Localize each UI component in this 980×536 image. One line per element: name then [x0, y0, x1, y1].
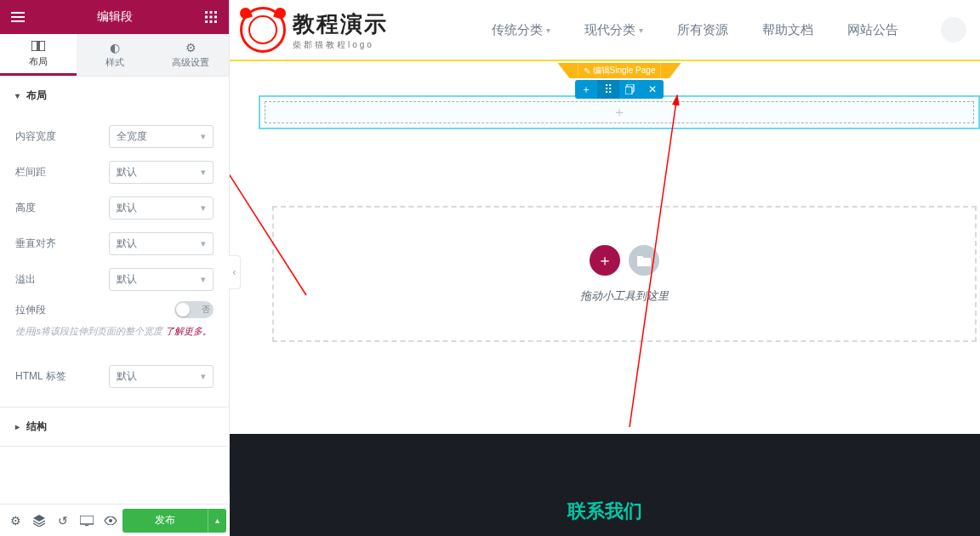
chevron-right-icon: ▸	[15, 422, 20, 431]
menu-toggle-button[interactable]	[0, 0, 36, 34]
logo-subtitle: 柴郡猫教程logo	[293, 39, 388, 51]
drop-zone[interactable]: ＋ 拖动小工具到这里	[272, 206, 977, 342]
nav-all[interactable]: 所有资源	[677, 22, 728, 38]
add-section-button[interactable]: ＋	[590, 245, 620, 276]
navigator-button[interactable]	[27, 509, 51, 533]
tab-layout-label: 布局	[29, 55, 48, 68]
collapse-sidebar-handle[interactable]: ‹	[229, 255, 241, 289]
widgets-grid-button[interactable]	[193, 0, 229, 34]
stretch-switch[interactable]: 否	[174, 301, 214, 318]
plus-icon: ＋	[612, 104, 626, 122]
svg-rect-15	[625, 87, 632, 94]
page-edit-badge[interactable]: ✎编辑Single Page	[558, 63, 681, 78]
svg-rect-2	[214, 11, 217, 14]
svg-rect-4	[210, 16, 213, 19]
nav-help[interactable]: 帮助文档	[762, 22, 813, 38]
site-nav: 传统分类▾ 现代分类▾ 所有资源 帮助文档 网站公告	[492, 17, 980, 43]
svg-rect-7	[210, 20, 213, 23]
html-tag-label: HTML 标签	[15, 369, 109, 384]
html-tag-select[interactable]: 默认	[109, 365, 214, 388]
content-width-label: 内容宽度	[15, 129, 109, 144]
layout-icon	[31, 40, 45, 54]
tab-style-label: 样式	[105, 56, 124, 69]
svg-rect-10	[39, 41, 45, 51]
svg-rect-8	[214, 20, 217, 23]
height-label: 高度	[15, 201, 109, 215]
svg-rect-12	[85, 525, 88, 526]
svg-rect-6	[205, 20, 208, 23]
column-gap-select[interactable]: 默认	[109, 161, 214, 184]
site-logo[interactable]: 教程演示 柴郡猫教程logo	[240, 7, 388, 53]
learn-more-link[interactable]: 了解更多。	[165, 326, 212, 336]
nav-modern[interactable]: 现代分类▾	[584, 22, 643, 38]
chevron-down-icon: ▾	[15, 91, 20, 100]
search-button[interactable]	[941, 17, 966, 43]
svg-point-13	[109, 519, 112, 522]
tab-style[interactable]: ◐ 样式	[77, 34, 153, 76]
caret-icon: ▾	[639, 26, 643, 35]
drop-zone-text: 拖动小工具到这里	[580, 288, 669, 304]
history-button[interactable]: ↺	[51, 509, 75, 533]
bottom-bar: ⚙ ↺ 发布 ▴	[0, 504, 230, 536]
gear-icon: ⚙	[185, 41, 197, 54]
layout-section-toggle[interactable]: ▾ 布局	[0, 77, 229, 115]
structure-section-title: 结构	[26, 419, 47, 434]
section-edit-button[interactable]: ⠿	[597, 80, 619, 99]
style-icon: ◐	[110, 41, 120, 54]
template-library-button[interactable]	[629, 245, 659, 276]
overflow-select[interactable]: 默认	[109, 268, 214, 291]
stretch-label: 拉伸段	[15, 303, 109, 317]
layout-section-body: 内容宽度 全宽度 栏间距 默认 高度 默认 垂直对齐 默认 溢出 默认 拉伸段	[0, 115, 229, 407]
publish-button[interactable]: 发布	[122, 509, 208, 533]
publish-more-button[interactable]: ▴	[208, 509, 226, 533]
section-add-button[interactable]: ＋	[575, 80, 597, 99]
section-column[interactable]: ＋	[265, 101, 974, 123]
structure-section-toggle[interactable]: ▸ 结构	[0, 408, 229, 446]
content-width-select[interactable]: 全宽度	[109, 125, 214, 148]
section-controls: ＋ ⠿ ✕	[575, 80, 664, 99]
site-footer: 联系我们	[230, 434, 980, 536]
layout-section: ▾ 布局 内容宽度 全宽度 栏间距 默认 高度 默认 垂直对齐 默认 溢出 默认	[0, 77, 229, 408]
structure-section: ▸ 结构	[0, 408, 229, 447]
sidebar-title: 编辑段	[36, 9, 193, 25]
valign-select[interactable]: 默认	[109, 232, 214, 255]
nav-traditional[interactable]: 传统分类▾	[492, 22, 550, 38]
section-duplicate-button[interactable]	[619, 80, 641, 99]
svg-rect-9	[31, 41, 37, 51]
logo-title: 教程演示	[293, 9, 388, 39]
preview-button[interactable]	[99, 509, 122, 533]
svg-rect-0	[205, 11, 208, 14]
svg-rect-5	[214, 16, 217, 19]
nav-notice[interactable]: 网站公告	[847, 22, 898, 38]
site-topbar: 教程演示 柴郡猫教程logo 传统分类▾ 现代分类▾ 所有资源 帮助文档 网站公…	[230, 0, 980, 61]
tab-advanced[interactable]: ⚙ 高级设置	[152, 34, 229, 76]
height-select[interactable]: 默认	[109, 197, 214, 220]
pencil-icon: ✎	[584, 66, 590, 76]
section-delete-button[interactable]: ✕	[641, 80, 664, 99]
layout-section-title: 布局	[26, 88, 47, 103]
editor-sidebar: 编辑段 布局 ◐ 样式 ⚙ 高级设置 ▾ 布局 内容宽度 全宽度	[0, 0, 230, 493]
editor-canvas: ✎编辑Single Page ＋ ⠿ ✕ ＋ ＋ 拖动小工具到这里 联系我们	[230, 61, 980, 536]
svg-rect-3	[205, 16, 208, 19]
switch-knob	[176, 303, 190, 316]
svg-rect-11	[80, 516, 94, 524]
sidebar-header: 编辑段	[0, 0, 229, 34]
overflow-label: 溢出	[15, 272, 109, 287]
settings-button[interactable]: ⚙	[3, 509, 27, 533]
valign-label: 垂直对齐	[15, 237, 109, 251]
footer-contact-title: 联系我们	[567, 499, 642, 524]
logo-image	[240, 7, 286, 53]
tab-advanced-label: 高级设置	[172, 56, 209, 69]
column-gap-label: 栏间距	[15, 165, 109, 180]
svg-rect-1	[210, 11, 213, 14]
responsive-button[interactable]	[75, 509, 99, 533]
tab-layout[interactable]: 布局	[0, 34, 77, 76]
caret-icon: ▾	[546, 26, 550, 35]
stretch-description: 使用js将该段拉伸到页面的整个宽度 了解更多。	[15, 322, 214, 345]
section-frame[interactable]: ✎编辑Single Page ＋ ⠿ ✕ ＋	[259, 95, 980, 129]
editor-tabs: 布局 ◐ 样式 ⚙ 高级设置	[0, 34, 229, 77]
